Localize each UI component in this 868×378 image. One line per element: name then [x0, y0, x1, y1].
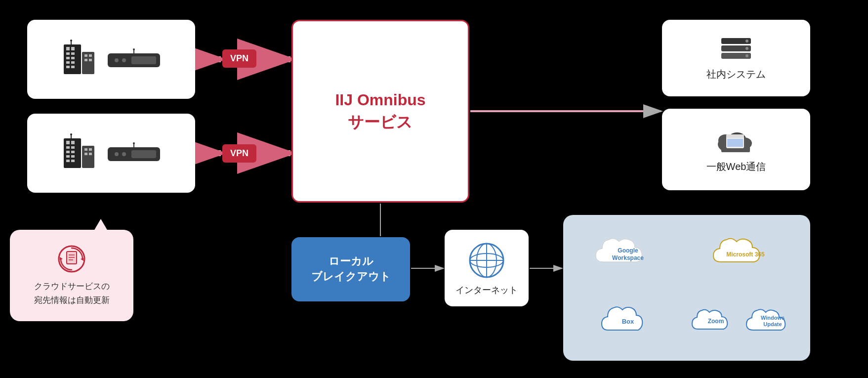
svg-rect-39	[71, 141, 75, 144]
svg-rect-72	[726, 134, 744, 138]
local-breakout-box: ローカル ブレイクアウト	[291, 237, 410, 301]
svg-rect-44	[66, 155, 70, 158]
local-breakout-label: ローカル ブレイクアウト	[311, 254, 391, 285]
svg-rect-16	[66, 52, 70, 55]
svg-rect-25	[89, 54, 92, 57]
svg-rect-23	[71, 66, 75, 68]
svg-point-56	[122, 152, 126, 156]
svg-rect-37	[82, 146, 94, 168]
iij-title-line2: サービス	[335, 111, 425, 133]
vpn-label-bottom: VPN	[230, 148, 248, 158]
svg-rect-45	[71, 155, 75, 158]
svg-point-32	[122, 58, 126, 62]
shanal-system-label: 社内システム	[706, 68, 766, 81]
iij-omnibus-box: IIJ Omnibus サービス	[291, 20, 469, 203]
bubble-text: クラウドサービスの 宛先情報は自動更新	[34, 280, 110, 306]
iij-title: IIJ Omnibus サービス	[335, 89, 425, 133]
svg-point-64	[745, 47, 748, 50]
refresh-icon	[57, 244, 86, 274]
router-icon-bottom	[107, 142, 161, 165]
router-icon-top	[107, 48, 161, 71]
svg-rect-38	[66, 141, 70, 144]
svg-rect-40	[66, 146, 70, 149]
cloud-windows-update: WindowsUpdate	[745, 305, 800, 337]
svg-rect-50	[84, 153, 87, 155]
office-box-top	[27, 20, 195, 99]
vpn-badge-bottom: VPN	[222, 144, 256, 163]
vpn-badge-top: VPN	[222, 49, 256, 68]
web-cloud-icon	[716, 126, 756, 155]
svg-point-65	[745, 54, 748, 57]
svg-rect-49	[89, 148, 92, 151]
vpn-label-top: VPN	[230, 53, 248, 63]
svg-rect-42	[66, 151, 70, 153]
cloud-services-box: GoogleWorkspace Microsoft 365 Box	[563, 215, 810, 361]
internet-box: インターネット	[445, 230, 529, 306]
svg-rect-46	[66, 160, 70, 162]
svg-point-31	[115, 58, 119, 62]
shanal-system-box: 社内システム	[662, 20, 810, 96]
server-icon	[719, 36, 753, 63]
speech-bubble: クラウドサービスの 宛先情報は自動更新	[10, 230, 133, 321]
svg-rect-57	[131, 150, 156, 158]
svg-rect-27	[89, 59, 92, 61]
svg-point-29	[70, 40, 72, 42]
svg-rect-41	[71, 146, 75, 149]
svg-rect-48	[84, 148, 87, 151]
diagram: VPN VPN IIJ Omnibus サービス 社内システム	[0, 0, 868, 378]
iij-title-line1: IIJ Omnibus	[335, 89, 425, 111]
svg-point-55	[115, 152, 119, 156]
internet-label: インターネット	[455, 284, 518, 296]
cloud-box-label: Box	[622, 318, 634, 325]
svg-point-53	[70, 133, 72, 135]
cloud-zoom-windows-group: Zoom WindowsUpdate	[691, 305, 800, 337]
cloud-ms365: Microsoft 365	[711, 235, 780, 274]
svg-point-59	[133, 142, 135, 144]
svg-rect-33	[131, 56, 156, 64]
cloud-zoom-label: Zoom	[708, 318, 724, 325]
svg-rect-73	[727, 139, 743, 147]
svg-rect-14	[66, 47, 70, 50]
svg-rect-26	[84, 59, 87, 61]
svg-rect-15	[71, 47, 75, 50]
globe-icon	[467, 241, 506, 280]
cloud-box: Box	[601, 301, 655, 341]
cloud-zoom: Zoom	[691, 305, 741, 337]
svg-rect-21	[71, 61, 75, 64]
svg-point-35	[133, 48, 135, 50]
svg-rect-22	[66, 66, 70, 68]
svg-rect-24	[84, 54, 87, 57]
web-box: 一般Web通信	[662, 109, 810, 190]
cloud-google-workspace: GoogleWorkspace	[593, 235, 662, 274]
svg-rect-51	[89, 153, 92, 155]
svg-rect-47	[71, 160, 75, 162]
svg-rect-19	[71, 57, 75, 59]
svg-rect-13	[82, 52, 94, 74]
bubble-text-line2: 宛先情報は自動更新	[34, 294, 110, 307]
office-box-bottom	[27, 114, 195, 193]
building-icon-bottom	[61, 133, 101, 173]
svg-rect-18	[66, 57, 70, 59]
svg-rect-43	[71, 151, 75, 153]
svg-rect-20	[66, 61, 70, 64]
bubble-text-line1: クラウドサービスの	[34, 280, 110, 293]
building-icon-top	[61, 40, 101, 79]
svg-point-63	[745, 40, 748, 42]
web-label: 一般Web通信	[706, 160, 766, 173]
svg-rect-17	[71, 52, 75, 55]
